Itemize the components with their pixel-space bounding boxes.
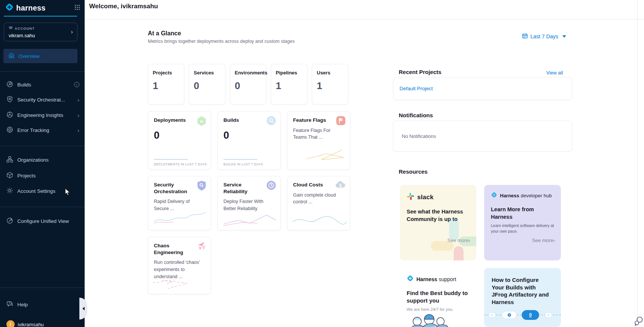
- chat-support-icon[interactable]: [633, 316, 644, 327]
- chevron-right-icon: ›: [469, 238, 470, 243]
- svg-text:$: $: [339, 183, 342, 188]
- decorative-lines: [152, 210, 208, 226]
- sto-module-icon: [197, 180, 207, 192]
- resource-card-developer-hub[interactable]: Harness developer hub Learn More from Ha…: [484, 185, 561, 260]
- divider: [0, 207, 85, 207]
- slack-brand-text: slack: [417, 194, 434, 201]
- chevron-right-icon: ›: [77, 127, 79, 133]
- module-card-chaos-engineering[interactable]: Chaos Engineering Run controlled 'chaos'…: [148, 237, 211, 294]
- module-card-security-orchestration[interactable]: Security Orchestration Rapid Delivery of…: [148, 176, 211, 230]
- sidebar-item-label: Help: [17, 302, 28, 307]
- info-icon[interactable]: i: [74, 82, 79, 87]
- brand-suffix: developer hub: [521, 193, 551, 198]
- sidebar-item-label: Projects: [17, 173, 36, 179]
- sidebar-item-label: Overview: [18, 53, 39, 59]
- stat-label: Projects: [153, 70, 179, 76]
- stat-label: Users: [317, 70, 343, 76]
- see-more-link[interactable]: See more›: [447, 238, 470, 243]
- pipeline-illustration: 0: [484, 308, 561, 322]
- accent-underline: [4, 16, 77, 17]
- sparkline: [154, 159, 188, 160]
- sidebar-item-builds[interactable]: Builds i: [0, 77, 85, 92]
- sidebar-item-label: Error Tracking: [17, 127, 49, 133]
- date-range-dropdown[interactable]: Last 7 Days: [522, 33, 566, 40]
- sidebar-item-projects[interactable]: Projects: [0, 168, 85, 183]
- resource-heading: Find the Best buddy to support you: [400, 283, 476, 305]
- project-link-default-project[interactable]: Default Project: [399, 86, 433, 91]
- home-icon: [8, 52, 15, 60]
- stat-value: 1: [153, 80, 179, 92]
- account-icon: [9, 26, 13, 31]
- ccm-module-icon: $: [335, 180, 346, 191]
- sidebar-item-configure-unified-view[interactable]: Configure Unified View: [0, 213, 85, 229]
- sidebar-item-security-orchestration[interactable]: Security Orchestrat... ›: [0, 92, 85, 107]
- view-all-link[interactable]: View all: [546, 70, 563, 76]
- account-label: ACCOUNT: [15, 27, 35, 30]
- brand-suffix: support: [439, 276, 456, 282]
- stat-value: 0: [194, 80, 220, 92]
- sidebar-item-engineering-insights[interactable]: Engineering Insights ›: [0, 107, 85, 123]
- support-people-illustration: [406, 312, 455, 327]
- harness-logo-icon: [5, 3, 14, 13]
- chevron-right-icon: ›: [77, 112, 79, 118]
- wrench-icon: [6, 217, 13, 225]
- module-description: Rapid Delivery of Secure ...: [148, 195, 211, 212]
- logo-row: harness: [5, 2, 80, 14]
- target-icon: [6, 126, 13, 134]
- sidebar-item-label: Builds: [17, 82, 31, 88]
- see-more-link[interactable]: See more›: [532, 238, 555, 243]
- stat-card-pipelines: Pipelines 1: [271, 64, 307, 104]
- module-card-builds[interactable]: Builds 0 BUILDS IN LAST 7 DAYS: [217, 111, 281, 170]
- sidebar-item-error-tracking[interactable]: Error Tracking ›: [0, 123, 85, 138]
- module-card-cloud-costs[interactable]: Cloud Costs $ Gain complete cloud contro…: [287, 176, 350, 230]
- scrollbar-track[interactable]: [637, 0, 638, 327]
- shield-icon: [6, 96, 13, 104]
- sidebar-item-overview[interactable]: Overview: [3, 49, 77, 63]
- chevron-right-icon: ›: [71, 28, 73, 36]
- account-name: vikram.sahu: [9, 33, 73, 38]
- module-description: Deploy Faster With Better Reliability: [218, 195, 280, 212]
- sidebar-item-organizations[interactable]: Organizations: [0, 152, 85, 167]
- user-profile[interactable]: i ivikramsahu: [0, 317, 85, 327]
- ci-module-icon: [266, 116, 276, 127]
- date-range-value: Last 7 Days: [530, 33, 558, 39]
- stat-label: Environments: [235, 70, 261, 76]
- module-card-feature-flags[interactable]: Feature Flags Feature Flags For Teams Th…: [287, 111, 350, 170]
- sidebar: harness ACCOUNT vikram.sahu › Overview: [0, 0, 85, 327]
- resource-card-slack[interactable]: slack See what the Harness Community is …: [400, 185, 476, 260]
- user-name: ivikramsahu: [18, 322, 44, 327]
- brand-name: Harness: [500, 193, 519, 198]
- cd-module-icon: ∞: [197, 116, 207, 128]
- gear-icon: [6, 187, 13, 195]
- account-selector[interactable]: ACCOUNT vikram.sahu ›: [4, 23, 77, 41]
- decorative-lines: [302, 145, 348, 163]
- resource-body: We are here 24/7 for you.: [400, 305, 476, 312]
- harness-dashboard: harness ACCOUNT vikram.sahu › Overview: [0, 0, 644, 327]
- stat-card-environments: Environments 0: [230, 64, 266, 104]
- module-footnote: BUILDS IN LAST 7 DAYS: [223, 162, 263, 166]
- insights-icon: [6, 111, 13, 119]
- stat-card-services: Services 0: [189, 64, 225, 104]
- sidebar-item-help[interactable]: Help: [0, 297, 85, 312]
- module-footnote: DEPLOYMENTS IN LAST 7 DAYS: [154, 162, 207, 166]
- resource-card-jfrog[interactable]: How to Configure Your Builds with JFrog …: [484, 268, 561, 327]
- caret-down-icon: [562, 35, 566, 38]
- at-a-glance-subtitle: Metrics brings together deployments acro…: [148, 39, 295, 44]
- page-title: Welcome, ivikramsahu: [89, 3, 158, 10]
- chevron-right-icon: ›: [553, 238, 555, 243]
- sidebar-item-label: Organizations: [17, 157, 49, 163]
- sidebar-item-label: Security Orchestrat...: [17, 97, 65, 103]
- resource-card-support[interactable]: Harness support Find the Best buddy to s…: [400, 268, 476, 327]
- sidebar-collapse-handle[interactable]: [79, 298, 87, 319]
- org-chart-icon: [6, 156, 13, 164]
- sidebar-item-account-settings[interactable]: Account Settings: [0, 183, 85, 198]
- sparkline: [223, 159, 257, 160]
- app-grid-icon[interactable]: [74, 5, 80, 12]
- module-card-deployments[interactable]: Deployments ∞ 0 DEPLOYMENTS IN LAST 7 DA…: [148, 111, 211, 170]
- module-card-service-reliability[interactable]: Service Reliability Deploy Faster With B…: [217, 176, 281, 230]
- sidebar-item-label: Account Settings: [17, 188, 55, 194]
- decorative-lines: [291, 210, 348, 227]
- pipeline-badge: 0: [529, 312, 532, 318]
- stat-card-projects: Projects 1: [148, 64, 184, 104]
- stat-value: 1: [276, 80, 302, 92]
